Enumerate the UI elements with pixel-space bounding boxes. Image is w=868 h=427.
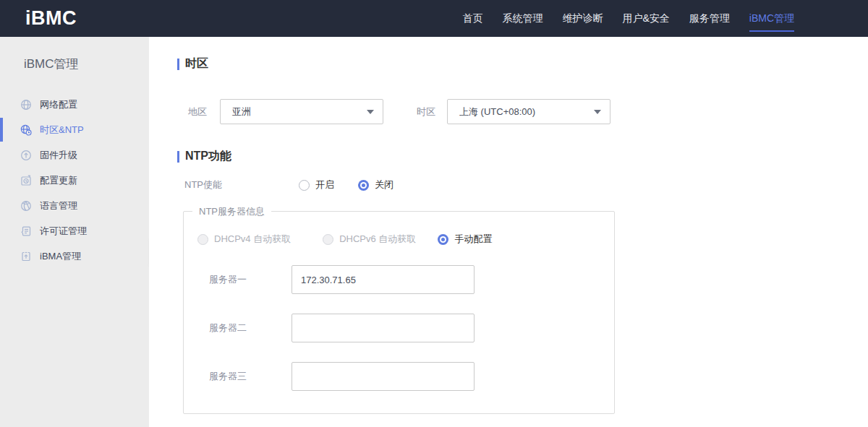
chevron-down-icon bbox=[594, 110, 601, 114]
ntp-server3-row: 服务器三 bbox=[209, 362, 614, 391]
timezone-select-value: 上海 (UTC+08:00) bbox=[459, 105, 594, 118]
sidebar-item-label: iBMA管理 bbox=[40, 250, 81, 263]
section-title-text: 时区 bbox=[185, 56, 208, 72]
region-select-value: 亚洲 bbox=[232, 105, 367, 118]
ntp-server2-input[interactable] bbox=[292, 314, 475, 342]
section-title-text: NTP功能 bbox=[185, 149, 231, 164]
sidebar-title: iBMC管理 bbox=[24, 56, 149, 72]
firmware-upgrade-icon bbox=[20, 150, 32, 161]
section-title-accent-bar bbox=[177, 59, 179, 70]
ntp-enable-row: NTP使能 开启 关闭 bbox=[184, 178, 868, 191]
radio-selected-icon bbox=[438, 234, 448, 245]
ntp-server-info-group: NTP服务器信息 DHCPv4 自动获取 DHCPv6 自动获取 手动配置 服务… bbox=[183, 211, 615, 414]
radio-disabled-icon bbox=[323, 234, 333, 245]
main-content: 时区 地区 亚洲 时区 上海 (UTC+08:00) NTP功能 NTP使能 开… bbox=[149, 37, 868, 427]
timezone-form-row: 地区 亚洲 时区 上海 (UTC+08:00) bbox=[188, 99, 868, 124]
radio-selected-icon bbox=[358, 180, 369, 191]
timezone-ntp-icon bbox=[20, 124, 32, 136]
ntp-server3-input[interactable] bbox=[292, 362, 475, 391]
sidebar-item-language-management[interactable]: 语言管理 bbox=[0, 193, 149, 218]
ntp-section-title: NTP功能 bbox=[177, 149, 868, 164]
region-label: 地区 bbox=[188, 105, 207, 118]
timezone-label: 时区 bbox=[417, 105, 435, 118]
network-icon bbox=[20, 99, 32, 111]
sidebar-item-config-update[interactable]: 配置更新 bbox=[0, 168, 149, 193]
sidebar-item-label: 配置更新 bbox=[40, 174, 77, 187]
ntp-server-info-legend: NTP服务器信息 bbox=[192, 205, 271, 218]
ntp-enable-off-radio[interactable]: 关闭 bbox=[358, 178, 393, 191]
section-title-accent-bar bbox=[177, 151, 179, 163]
ntp-server1-row: 服务器一 bbox=[209, 265, 614, 294]
nav-item-system[interactable]: 系统管理 bbox=[502, 0, 542, 37]
nav-item-maintenance[interactable]: 维护诊断 bbox=[562, 0, 603, 37]
ntp-server3-label: 服务器三 bbox=[209, 370, 292, 383]
chevron-down-icon bbox=[367, 110, 374, 114]
sidebar-item-firmware-upgrade[interactable]: 固件升级 bbox=[0, 142, 149, 168]
ntp-server1-label: 服务器一 bbox=[209, 273, 292, 286]
timezone-section-title: 时区 bbox=[177, 56, 868, 72]
sidebar-item-ibma-management[interactable]: iBMA管理 bbox=[0, 243, 149, 269]
license-icon bbox=[20, 225, 32, 237]
app-logo: iBMC bbox=[25, 7, 77, 30]
sidebar-item-label: 语言管理 bbox=[40, 199, 77, 212]
radio-label: DHCPv4 自动获取 bbox=[214, 233, 291, 246]
nav-item-home[interactable]: 首页 bbox=[462, 0, 482, 37]
radio-label: 关闭 bbox=[375, 178, 393, 191]
sidebar-item-label: 网络配置 bbox=[40, 98, 77, 111]
manual-config-radio[interactable]: 手动配置 bbox=[438, 233, 492, 246]
sidebar-item-label: 许可证管理 bbox=[40, 225, 87, 238]
ntp-server1-input[interactable] bbox=[292, 265, 475, 294]
sidebar-item-label: 时区&NTP bbox=[40, 124, 84, 137]
ntp-server2-row: 服务器二 bbox=[209, 314, 614, 342]
sidebar: iBMC管理 网络配置 时区&NTP bbox=[0, 37, 149, 427]
timezone-select[interactable]: 上海 (UTC+08:00) bbox=[447, 99, 610, 124]
nav-item-ibmc-management[interactable]: iBMC管理 bbox=[749, 0, 794, 37]
sidebar-item-label: 固件升级 bbox=[40, 149, 77, 162]
dhcpv4-auto-radio[interactable]: DHCPv4 自动获取 bbox=[197, 233, 291, 246]
radio-label: 手动配置 bbox=[454, 233, 492, 246]
sidebar-item-network-config[interactable]: 网络配置 bbox=[0, 92, 149, 117]
main-nav: 首页 系统管理 维护诊断 用户&安全 服务管理 iBMC管理 bbox=[462, 0, 794, 37]
nav-item-services[interactable]: 服务管理 bbox=[689, 0, 730, 37]
radio-label: DHCPv6 自动获取 bbox=[339, 233, 416, 246]
ntp-enable-on-radio[interactable]: 开启 bbox=[299, 178, 334, 191]
nav-item-user-security[interactable]: 用户&安全 bbox=[622, 0, 669, 37]
top-navbar: iBMC 首页 系统管理 维护诊断 用户&安全 服务管理 iBMC管理 bbox=[0, 0, 868, 37]
ntp-enable-label: NTP使能 bbox=[184, 178, 299, 191]
region-select[interactable]: 亚洲 bbox=[220, 99, 383, 124]
sidebar-item-license-management[interactable]: 许可证管理 bbox=[0, 218, 149, 243]
sidebar-menu: 网络配置 时区&NTP 固件升级 bbox=[0, 92, 149, 269]
radio-disabled-icon bbox=[197, 234, 208, 245]
config-update-icon bbox=[20, 175, 32, 186]
ibma-icon bbox=[20, 251, 32, 262]
radio-unselected-icon bbox=[299, 180, 310, 191]
language-icon bbox=[20, 200, 32, 212]
ntp-server2-label: 服务器二 bbox=[209, 322, 292, 335]
radio-label: 开启 bbox=[315, 178, 334, 191]
sidebar-item-timezone-ntp[interactable]: 时区&NTP bbox=[0, 117, 149, 142]
dhcpv6-auto-radio[interactable]: DHCPv6 自动获取 bbox=[323, 233, 416, 246]
